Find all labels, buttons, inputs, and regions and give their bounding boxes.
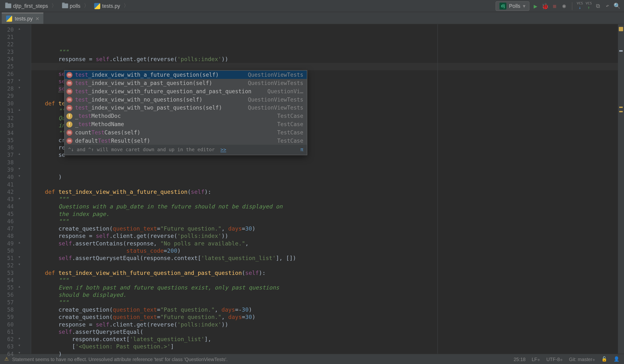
code-line[interactable]	[31, 358, 624, 364]
search-everywhere-button[interactable]: 🔍	[614, 2, 620, 9]
inspection-indicator[interactable]	[619, 27, 623, 31]
line-number: 42	[0, 188, 14, 196]
code-line[interactable]	[31, 262, 624, 269]
breadcrumb-file[interactable]: tests.py 〉	[93, 1, 131, 10]
completion-class: TestCase	[277, 112, 303, 119]
code-line[interactable]: def test_index_view_with_a_future_questi…	[31, 188, 624, 196]
vcs-update-button[interactable]: VCS ↓	[577, 2, 583, 10]
code-line[interactable]: the index page.	[31, 210, 624, 217]
fold-toggle-icon[interactable]: ▴	[18, 26, 21, 31]
fold-column[interactable]: ▴▾▾▴▴▾▾▴▴▾▾▴▴▾▾	[16, 24, 31, 354]
coverage-button[interactable]: ◉	[561, 2, 568, 9]
fold-toggle-icon[interactable]: ▴	[18, 336, 21, 340]
debug-button[interactable]: 🐞	[542, 2, 548, 9]
code-line[interactable]: self.assertQuerysetEqual(	[31, 328, 624, 336]
completion-text: test_index_view_with_future_question_and…	[75, 88, 252, 95]
scroll-marker[interactable]	[619, 50, 623, 52]
fold-toggle-icon[interactable]: ▾	[18, 78, 21, 83]
fold-toggle-icon[interactable]: ▾	[18, 173, 21, 178]
fold-toggle-icon[interactable]: ▾	[18, 166, 21, 171]
autocomplete-popup[interactable]: mtest_index_view_with_a_future_question(…	[64, 70, 307, 155]
code-line[interactable]: create_question(question_text="Future qu…	[31, 313, 624, 321]
completion-class: TestCase	[277, 120, 303, 128]
vcs-commit-button[interactable]: VCS ↑	[586, 2, 592, 10]
code-line[interactable]: response = self.client.get(reverse('poll…	[31, 321, 624, 328]
code-line[interactable]: should be displayed.	[31, 291, 624, 298]
code-line[interactable]: create_question(question_text="Future qu…	[31, 225, 624, 232]
completion-class: QuestionViewTests	[248, 96, 304, 103]
autocomplete-item[interactable]: mtest_index_view_with_a_past_question(se…	[65, 79, 307, 87]
stop-button[interactable]: ■	[551, 2, 558, 9]
autocomplete-item[interactable]: f_testMethodNameTestCase	[65, 120, 307, 128]
run-button[interactable]: ▶	[532, 2, 539, 9]
code-line[interactable]: ['<Question: Past question.>']	[31, 343, 624, 350]
chevron-right-icon: 〉	[84, 2, 89, 9]
autocomplete-item[interactable]: mtest_index_view_with_a_future_question(…	[65, 71, 307, 79]
fold-toggle-icon[interactable]: ▴	[18, 240, 21, 245]
fold-toggle-icon[interactable]: ▴	[18, 284, 21, 289]
warning-marker[interactable]	[619, 111, 623, 112]
fold-toggle-icon[interactable]: ▴	[18, 107, 21, 112]
code-line[interactable]: Questions with a pub_date in the future …	[31, 203, 624, 210]
gutter[interactable]: 2021222324252627282930313233343536373839…	[0, 24, 31, 354]
editor-tab[interactable]: tests.py ✕	[2, 13, 44, 24]
autocomplete-item[interactable]: mdefaultTestResult(self)TestCase	[65, 136, 307, 145]
line-number: 58	[0, 306, 14, 313]
autocomplete-item[interactable]: f_testMethodDocTestCase	[65, 112, 307, 120]
completion-text: defaultTestResult(self)	[75, 137, 150, 144]
hint-link[interactable]: >>	[220, 147, 226, 153]
error-stripe[interactable]	[618, 24, 624, 354]
arrow-down-icon: ↓	[579, 5, 581, 10]
code-line[interactable]: """	[31, 299, 624, 306]
code-line[interactable]: create_question(question_text="Past ques…	[31, 306, 624, 313]
line-number: 61	[0, 328, 14, 336]
editor: 2021222324252627282930313233343536373839…	[0, 24, 624, 354]
code-line[interactable]: response.context['latest_question_list']…	[31, 336, 624, 343]
code-line[interactable]	[31, 181, 624, 188]
code-line[interactable]: """	[31, 218, 624, 225]
method-icon: m	[66, 105, 72, 111]
fold-toggle-icon[interactable]: ▾	[18, 254, 21, 259]
code-line[interactable]: )	[31, 350, 624, 357]
pi-icon: π	[301, 146, 304, 153]
history-button[interactable]: ⧉	[595, 2, 601, 9]
autocomplete-item[interactable]: mtest_index_view_with_no_questions(self)…	[65, 95, 307, 104]
code-line[interactable]: )	[31, 173, 624, 181]
breadcrumb-folder[interactable]: polls 〉	[60, 1, 91, 10]
code-line[interactable]	[31, 159, 624, 166]
code-line[interactable]: Even if both past and future questions e…	[31, 284, 624, 291]
code-line[interactable]: status_code=200)	[31, 247, 624, 254]
breadcrumbs: djtp_first_steps 〉 polls 〉 tests.py 〉	[3, 1, 130, 10]
run-configuration-selector[interactable]: dj Polls ▾	[495, 1, 529, 10]
code-line[interactable]: self.assertContains(response, "No polls …	[31, 240, 624, 247]
code-line[interactable]: """	[31, 196, 624, 203]
completion-class: QuestionViewTests	[248, 79, 304, 87]
autocomplete-item[interactable]: mcountTestCases(self)TestCase	[65, 128, 307, 136]
close-tab-icon[interactable]: ✕	[35, 16, 39, 22]
line-number: 50	[0, 247, 14, 254]
line-number: 60	[0, 321, 14, 328]
fold-toggle-icon[interactable]: ▴	[18, 151, 21, 156]
separator	[572, 2, 572, 10]
line-number: 35	[0, 136, 14, 144]
fold-toggle-icon[interactable]: ▾	[18, 350, 21, 355]
fold-toggle-icon[interactable]: ▾	[18, 343, 21, 348]
code-line[interactable]: """	[31, 48, 624, 55]
code-line[interactable]: def test_index_view_with_future_question…	[31, 269, 624, 277]
code-line[interactable]	[31, 166, 624, 173]
code-line[interactable]: response = self.client.get(reverse('poll…	[31, 55, 624, 63]
breadcrumb-project[interactable]: djtp_first_steps 〉	[3, 1, 58, 10]
warning-marker[interactable]	[619, 107, 623, 108]
undo-button[interactable]: ↶	[604, 2, 611, 9]
line-number: 43	[0, 196, 14, 203]
code-area[interactable]: """ response = self.client.get(reverse('…	[31, 24, 624, 354]
fold-toggle-icon[interactable]: ▾	[18, 262, 21, 267]
code-line[interactable]: """	[31, 277, 624, 284]
fold-toggle-icon[interactable]: ▴	[18, 196, 21, 200]
method-icon: m	[66, 80, 72, 86]
fold-toggle-icon[interactable]: ▾	[18, 85, 21, 90]
autocomplete-item[interactable]: mtest_index_view_with_future_question_an…	[65, 87, 307, 95]
autocomplete-item[interactable]: mtest_index_view_with_two_past_questions…	[65, 103, 307, 112]
code-line[interactable]: self.assertQuerysetEqual(response.contex…	[31, 254, 624, 262]
code-line[interactable]: response = self.client.get(reverse('poll…	[31, 232, 624, 240]
